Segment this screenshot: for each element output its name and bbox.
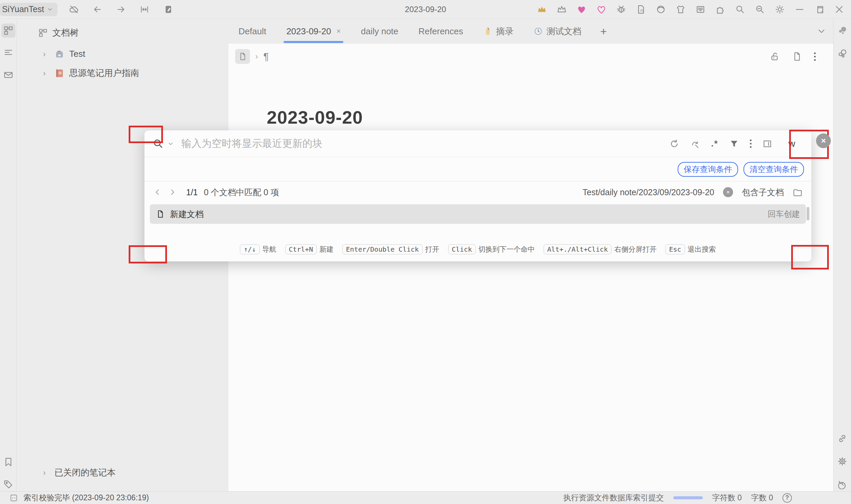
layout-toggle-icon[interactable]	[762, 139, 772, 149]
label-tag-icon	[484, 27, 492, 36]
history-icon[interactable]	[835, 477, 849, 491]
editor-area: › ¶ 2023-09-20	[229, 44, 833, 491]
theme-sun-icon[interactable]	[775, 4, 785, 15]
notebook-label: 思源笔记用户指南	[69, 67, 139, 79]
tab-references[interactable]: References	[409, 19, 473, 44]
search-icon[interactable]	[735, 4, 745, 15]
more-icon[interactable]	[750, 140, 752, 148]
tab-close-icon[interactable]: ×	[336, 27, 341, 36]
shortcut-hints: ↑/↓导航 Ctrl+N新建 Enter/Double Click打开 Clic…	[144, 237, 811, 262]
notebook-item-test[interactable]: › Test	[17, 45, 228, 63]
folder-icon[interactable]	[793, 187, 803, 197]
inbox-icon[interactable]	[1, 68, 16, 82]
chevron-right-icon[interactable]: ›	[43, 468, 50, 478]
include-children-label[interactable]: 包含子文档	[742, 187, 784, 198]
refresh-icon[interactable]	[669, 139, 679, 149]
list-item-new-doc[interactable]: 新建文档 回车创建	[150, 204, 806, 224]
kbd-esc: Esc	[665, 244, 685, 254]
notebook-item-guide[interactable]: › 思源笔记用户指南	[17, 63, 228, 83]
tab-daily-note[interactable]: daily note	[351, 19, 408, 44]
maximize-button[interactable]	[814, 4, 825, 15]
search-input[interactable]: 输入为空时将显示最近更新的块	[181, 137, 666, 150]
left-dock	[0, 19, 17, 491]
tab-list-chevron-icon[interactable]	[816, 19, 833, 44]
remove-path-button[interactable]: ×	[723, 187, 733, 197]
notebook-book-icon	[54, 68, 65, 78]
titlebar: 2023-09-20 SiYuanTest JS	[0, 0, 851, 19]
search-method-chevron-icon[interactable]	[167, 141, 174, 147]
crown-gold-icon[interactable]	[537, 4, 547, 15]
minimize-button[interactable]	[795, 4, 804, 15]
breadcrumb-paragraph[interactable]: ¶	[264, 51, 269, 62]
bug-icon[interactable]	[616, 4, 626, 15]
tab-default[interactable]: Default	[229, 19, 276, 44]
annotation-box-search-icon	[129, 126, 163, 143]
graph-icon[interactable]	[835, 23, 849, 38]
new-tab-button[interactable]: +	[592, 19, 616, 44]
breadcrumb: › ¶	[229, 44, 833, 65]
shirt-icon[interactable]	[676, 4, 686, 15]
archive-icon[interactable]	[695, 4, 706, 15]
enter-create-hint: 回车创建	[768, 209, 800, 219]
back-icon[interactable]	[90, 2, 105, 16]
gear-icon[interactable]	[835, 454, 849, 468]
clear-criteria-button[interactable]: 清空查询条件	[743, 162, 804, 177]
result-summary: 0 个文档中匹配 0 项	[204, 187, 279, 198]
save-criteria-button[interactable]: 保存查询条件	[678, 162, 738, 177]
unlock-icon[interactable]	[770, 51, 780, 61]
dialog-close-button[interactable]: ×	[816, 133, 831, 148]
kbd-open: Enter/Double Click	[342, 244, 423, 254]
tab-excerpt[interactable]: 摘录	[473, 19, 524, 44]
tag-icon[interactable]	[1, 477, 16, 491]
annotation-box-bottom-left	[129, 245, 167, 264]
forward-icon[interactable]	[114, 2, 128, 16]
readonly-toggle-icon[interactable]	[138, 2, 151, 16]
file-tree-title: 文档树	[52, 27, 79, 39]
doc-file-icon	[156, 210, 165, 218]
tab-bar: Default 2023-09-20 × daily note Referenc…	[229, 19, 833, 44]
outline-icon[interactable]	[1, 46, 16, 60]
word-count: 字数 0	[751, 492, 773, 503]
closed-notebooks-item[interactable]: › 已关闭的笔记本	[17, 463, 228, 483]
status-icon	[10, 493, 18, 502]
heart-outline-icon[interactable]	[596, 4, 606, 15]
workspace-switcher[interactable]: SiYuanTest	[0, 3, 57, 16]
svg-text:JS: JS	[640, 9, 643, 12]
next-result-icon[interactable]	[168, 188, 177, 197]
kbd-nav: ↑/↓	[240, 244, 259, 254]
document-title[interactable]: 2023-09-20	[267, 107, 833, 128]
search-dialog: 输入为空时将显示最近更新的块 .* w 保存查询条件 清空查询条件 1/1 0 …	[144, 130, 811, 262]
help-button[interactable]: ?	[782, 493, 792, 503]
list-item-label: 新建文档	[170, 209, 204, 220]
tab-test-doc[interactable]: 测试文档	[524, 19, 592, 44]
chevron-right-icon[interactable]: ›	[43, 69, 50, 78]
bookmark-icon[interactable]	[1, 455, 16, 469]
scrollbar-thumb[interactable]	[807, 207, 809, 220]
clock-icon	[534, 27, 543, 36]
crown-gray-icon[interactable]	[557, 4, 567, 15]
search-path: Test/daily note/2023/09/2023-09-20	[583, 187, 714, 197]
breadcrumb-doc-icon[interactable]	[235, 49, 250, 64]
backlink-icon[interactable]	[835, 431, 849, 446]
replace-icon[interactable]	[690, 139, 700, 149]
result-list: 新建文档 回车创建	[144, 203, 811, 237]
annotation-box-bottom-right	[791, 245, 829, 269]
zoom-out-icon[interactable]	[755, 4, 765, 15]
more-icon[interactable]	[814, 52, 816, 61]
notebook-edit-icon[interactable]	[161, 2, 175, 16]
global-graph-icon[interactable]	[835, 47, 849, 60]
prev-result-icon[interactable]	[153, 188, 162, 197]
filter-icon[interactable]	[729, 139, 739, 149]
close-button[interactable]	[834, 4, 844, 15]
doc-tree-icon[interactable]	[1, 23, 16, 38]
tab-2023-09-20[interactable]: 2023-09-20 ×	[276, 19, 351, 44]
face-icon[interactable]	[656, 4, 666, 15]
cloud-off-icon[interactable]	[67, 2, 81, 16]
js-file-icon[interactable]: JS	[636, 4, 646, 15]
chevron-right-icon[interactable]: ›	[43, 49, 50, 59]
plugin-puzzle-icon[interactable]	[715, 4, 725, 15]
doc-file-icon[interactable]	[792, 51, 802, 61]
regex-icon[interactable]: .*	[711, 139, 718, 149]
heart-filled-icon[interactable]	[577, 4, 586, 15]
doc-tree-icon	[38, 28, 48, 38]
